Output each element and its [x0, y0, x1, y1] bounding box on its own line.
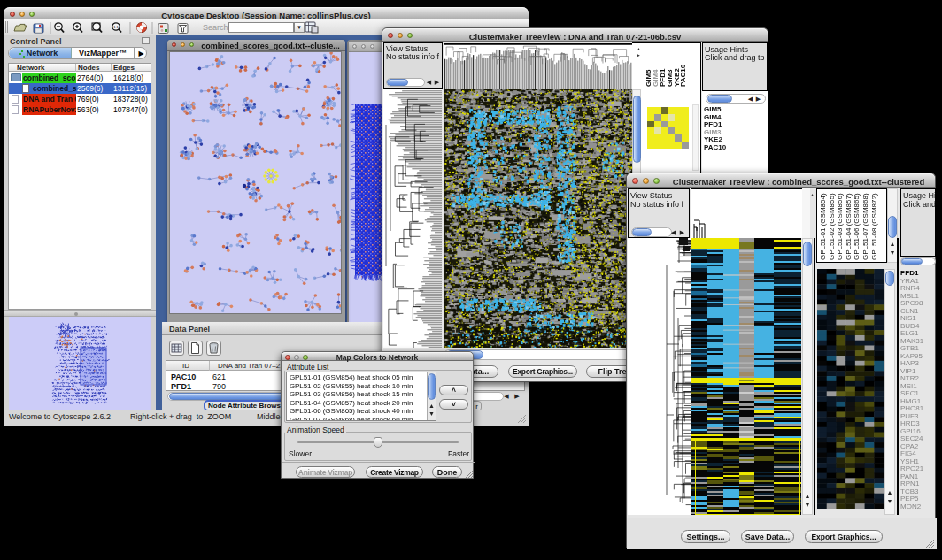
- svg-text:1:1: 1:1: [113, 25, 119, 29]
